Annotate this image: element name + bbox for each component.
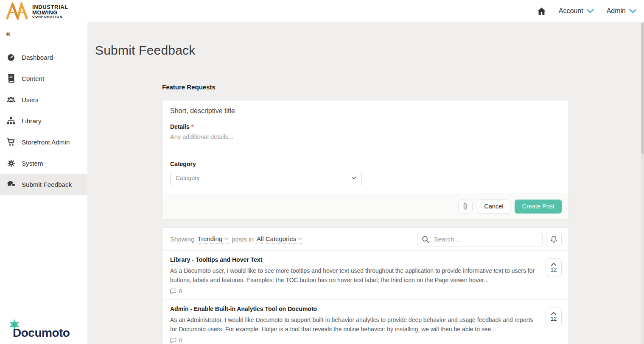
post-body: As a Documoto user, I would like to see …: [170, 266, 536, 285]
posts-in-label: posts in: [232, 236, 254, 243]
company-logo-mark-icon: [5, 2, 29, 20]
sidebar-item-library[interactable]: Library: [0, 110, 87, 131]
bell-icon: [550, 236, 557, 243]
vertical-scrollbar[interactable]: [641, 22, 644, 344]
post-row[interactable]: Library - Tooltips and Hover Text As a D…: [162, 251, 568, 300]
book-icon: [6, 74, 16, 83]
sidebar-item-submit-feedback[interactable]: Submit Feedback: [0, 174, 87, 195]
vote-count: 12: [551, 266, 557, 273]
chevron-up-icon: [551, 263, 557, 266]
sidebar-item-dashboard[interactable]: Dashboard: [0, 47, 87, 68]
upvote-button[interactable]: 12: [546, 308, 562, 326]
post-title: Library - Tooltips and Hover Text: [170, 256, 536, 263]
post-title: Admin - Enable Built-in Analytics Tool o…: [170, 305, 536, 312]
sort-filter-dropdown[interactable]: Trending: [198, 235, 229, 244]
admin-menu-label: Admin: [607, 7, 626, 15]
comment-icon: [170, 338, 176, 344]
sidebar: « Dashboard Content Users Library Storef…: [0, 22, 87, 344]
sitemap-icon: [6, 117, 16, 125]
account-menu-label: Account: [559, 7, 583, 15]
home-icon[interactable]: [537, 7, 546, 15]
sidebar-item-label: Library: [22, 117, 42, 125]
admin-menu[interactable]: Admin: [607, 7, 636, 15]
sidebar-item-users[interactable]: Users: [0, 89, 87, 110]
category-label: Category: [170, 161, 561, 167]
sidebar-item-label: System: [22, 160, 43, 167]
post-details-input[interactable]: [170, 133, 561, 157]
chevron-up-icon: [551, 312, 557, 315]
paperclip-icon: [462, 203, 469, 210]
comments-icon: [6, 180, 16, 188]
category-select[interactable]: Category: [170, 171, 362, 185]
sidebar-item-label: Storefront Admin: [22, 139, 70, 146]
search-icon: [422, 236, 429, 243]
details-label: Details*: [170, 123, 561, 130]
posts-list-header: Showing Trending posts in All Categories: [162, 228, 568, 251]
vote-count: 12: [551, 316, 557, 322]
attach-file-button[interactable]: [458, 200, 473, 214]
category-filter-value: All Categories: [257, 235, 296, 242]
search-input[interactable]: [433, 235, 538, 243]
chevron-down-icon: [587, 9, 594, 14]
post-row[interactable]: Admin - Enable Built-in Analytics Tool o…: [162, 300, 568, 344]
page-title: Submit Feedback: [95, 43, 195, 58]
sidebar-item-label: Submit Feedback: [22, 181, 72, 188]
notifications-button[interactable]: [546, 232, 562, 247]
brand-line-1: INDUSTRIAL: [32, 4, 68, 10]
header-nav: Account Admin: [537, 7, 636, 15]
sidebar-collapse-icon[interactable]: «: [6, 28, 17, 39]
main-content: Submit Feedback Feature Requests Details…: [87, 22, 644, 344]
posts-list-card: Showing Trending posts in All Categories: [162, 227, 569, 344]
documoto-wordmark: Documoto: [13, 326, 70, 340]
form-footer: Cancel Create Post: [162, 193, 568, 219]
comment-icon: [170, 289, 176, 294]
category-filter-dropdown[interactable]: All Categories: [257, 235, 302, 244]
gauge-icon: [6, 53, 16, 61]
account-menu[interactable]: Account: [559, 7, 594, 15]
upvote-button[interactable]: 12: [546, 258, 562, 277]
cancel-button[interactable]: Cancel: [477, 200, 510, 214]
comment-count: 0: [179, 337, 182, 344]
post-title-input[interactable]: [170, 107, 561, 115]
sidebar-item-storefront-admin[interactable]: Storefront Admin: [0, 131, 87, 153]
new-post-form-card: Details* Category Category Cancel: [162, 100, 569, 220]
company-logo: INDUSTRIAL MOWING CORPORATION: [5, 2, 68, 20]
posts-search: [417, 232, 543, 247]
category-select-value: Category: [176, 175, 200, 181]
brand-line-2: MOWING: [32, 10, 68, 15]
users-icon: [6, 96, 16, 103]
sidebar-item-content[interactable]: Content: [0, 68, 87, 89]
create-post-button[interactable]: Create Post: [515, 200, 562, 214]
section-title: Feature Requests: [162, 83, 569, 91]
chevron-down-icon: [629, 9, 636, 14]
chevron-down-icon: [351, 176, 356, 180]
chevron-down-icon: [224, 237, 229, 240]
sort-filter-value: Trending: [198, 235, 223, 242]
post-body: As an Administrator, I would like Documo…: [170, 315, 536, 334]
gear-icon: [6, 159, 16, 167]
sidebar-item-label: Dashboard: [22, 54, 53, 61]
documoto-logo: Documoto: [3, 320, 83, 342]
top-header: INDUSTRIAL MOWING CORPORATION Account Ad…: [0, 0, 644, 22]
sidebar-item-label: Content: [22, 75, 44, 82]
required-marker: *: [191, 123, 193, 130]
sidebar-item-system[interactable]: System: [0, 153, 87, 174]
cart-icon: [6, 138, 16, 146]
sidebar-item-label: Users: [22, 96, 39, 103]
scrollbar-thumb[interactable]: [641, 23, 644, 154]
comment-count: 0: [179, 288, 182, 294]
showing-label: Showing: [170, 236, 195, 243]
brand-line-3: CORPORATION: [32, 15, 68, 19]
chevron-down-icon: [298, 237, 302, 240]
